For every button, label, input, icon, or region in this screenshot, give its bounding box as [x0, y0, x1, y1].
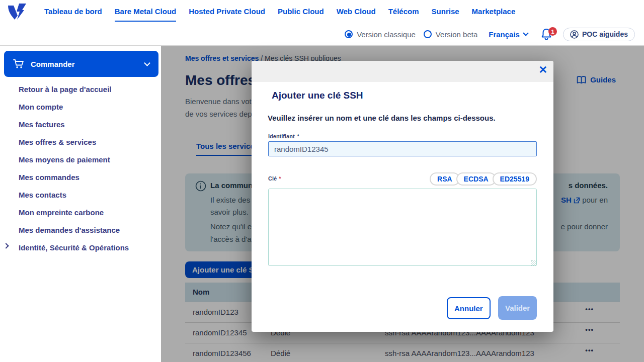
top-header: Tableau de bord Bare Metal Cloud Hosted …: [0, 0, 644, 46]
key-textarea[interactable]: [268, 189, 537, 266]
nav-public-cloud[interactable]: Public Cloud: [278, 1, 324, 23]
cancel-button[interactable]: Annuler: [447, 297, 491, 319]
nav-tableau-de-bord[interactable]: Tableau de bord: [44, 1, 102, 23]
required-mark: *: [297, 133, 299, 139]
key-label-text: Clé: [268, 175, 277, 182]
close-icon[interactable]: ✕: [538, 64, 547, 76]
notifications-button[interactable]: 1: [541, 28, 552, 40]
account-label: POC aiguides: [582, 30, 628, 38]
key-type-segmented-control: RSA ECDSA ED25519: [430, 172, 537, 186]
order-button-label: Commander: [31, 60, 75, 68]
sidebar: Commander Retour à la page d'accueil Mon…: [0, 46, 161, 362]
key-type-rsa-button[interactable]: RSA: [430, 172, 460, 186]
nav-web-cloud[interactable]: Web Cloud: [337, 1, 376, 23]
user-circle-icon: [570, 30, 579, 39]
version-beta-radio[interactable]: Version beta: [424, 30, 477, 39]
order-button[interactable]: Commander: [4, 51, 158, 77]
identifier-label-text: Identifiant: [268, 133, 295, 139]
sidebar-item-mes-commandes[interactable]: Mes commandes: [0, 168, 161, 186]
sidebar-item-mes-offres-services[interactable]: Mes offres & services: [0, 133, 161, 151]
sidebar-item-empreinte-carbone[interactable]: Mon empreinte carbone: [0, 204, 161, 221]
add-ssh-key-modal: ✕ Ajouter une clé SSH Veuillez insérer u…: [252, 61, 553, 332]
ovh-logo[interactable]: [7, 3, 28, 20]
sidebar-item-moyens-paiement[interactable]: Mes moyens de paiement: [0, 151, 161, 168]
chevron-down-icon: [523, 30, 528, 36]
primary-nav: Tableau de bord Bare Metal Cloud Hosted …: [44, 1, 515, 23]
ovh-logo-icon: [7, 3, 27, 20]
sidebar-menu: Retour à la page d'accueil Mon compte Me…: [0, 80, 161, 256]
chevron-right-icon: [3, 243, 9, 248]
account-menu-button[interactable]: POC aiguides: [563, 28, 635, 41]
key-label: Clé*: [268, 175, 281, 182]
notification-badge: 1: [548, 27, 557, 36]
sidebar-item-label: Identité, Sécurité & Opérations: [19, 243, 129, 252]
radio-unselected-icon: [424, 30, 432, 38]
modal-subtitle: Veuillez insérer un nom et une clé dans …: [268, 114, 496, 122]
submit-button[interactable]: Valider: [498, 296, 537, 320]
primary-nav-row: Tableau de bord Bare Metal Cloud Hosted …: [0, 0, 644, 23]
sidebar-item-mes-contacts[interactable]: Mes contacts: [0, 186, 161, 204]
sidebar-item-mon-compte[interactable]: Mon compte: [0, 98, 161, 116]
key-type-ed25519-button[interactable]: ED25519: [493, 172, 537, 186]
sidebar-item-accueil[interactable]: Retour à la page d'accueil: [0, 80, 161, 98]
secondary-controls-row: Version classique Version beta Français …: [345, 23, 635, 45]
sidebar-item-demandes-assistance[interactable]: Mes demandes d'assistance: [0, 221, 161, 239]
nav-telecom[interactable]: Télécom: [388, 1, 419, 23]
required-mark: *: [279, 175, 281, 182]
chevron-down-icon: [144, 60, 150, 66]
sidebar-item-mes-factures[interactable]: Mes factures: [0, 116, 161, 133]
version-classic-label: Version classique: [357, 30, 416, 39]
language-selector[interactable]: Français: [489, 30, 528, 39]
language-label: Français: [489, 30, 520, 39]
version-classic-radio[interactable]: Version classique: [345, 30, 416, 39]
radio-selected-icon: [345, 30, 353, 38]
nav-sunrise[interactable]: Sunrise: [432, 1, 459, 23]
nav-marketplace[interactable]: Marketplace: [472, 1, 516, 23]
identifier-label: Identifiant*: [268, 133, 299, 139]
cart-icon: [13, 59, 24, 69]
version-beta-label: Version beta: [436, 30, 477, 39]
nav-hosted-private-cloud[interactable]: Hosted Private Cloud: [189, 1, 265, 23]
key-type-ecdsa-button[interactable]: ECDSA: [456, 172, 496, 186]
nav-bare-metal-cloud[interactable]: Bare Metal Cloud: [115, 1, 177, 23]
modal-title: Ajouter une clé SSH: [272, 90, 363, 101]
sidebar-item-identite-securite[interactable]: Identité, Sécurité & Opérations: [0, 239, 161, 256]
modal-header: ✕: [252, 61, 553, 82]
identifier-input[interactable]: [268, 141, 537, 156]
